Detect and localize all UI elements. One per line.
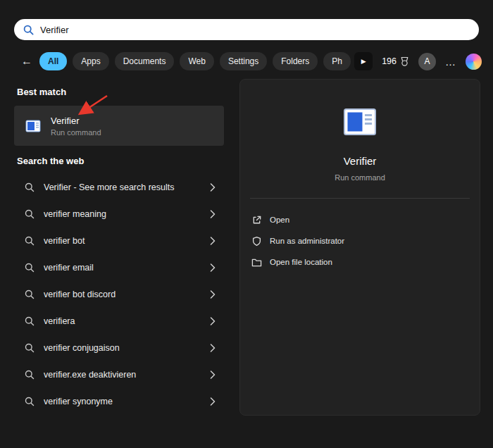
search-the-web-heading: Search the web xyxy=(17,156,84,166)
account-avatar[interactable]: A xyxy=(418,53,436,70)
chevron-right-icon xyxy=(210,183,216,192)
back-arrow-icon[interactable]: ← xyxy=(20,55,34,68)
best-match-title: Verifier xyxy=(51,116,101,126)
action-run-as-administrator[interactable]: Run as administrator xyxy=(240,230,480,251)
web-suggestion-label: verifier.exe deaktivieren xyxy=(44,370,201,380)
chevron-right-icon xyxy=(210,344,216,352)
filter-tab-web[interactable]: Web xyxy=(180,52,213,70)
action-open[interactable]: Open xyxy=(240,209,480,230)
filter-tab-all[interactable]: All xyxy=(39,52,67,70)
web-suggestion-label: verifier synonyme xyxy=(44,397,201,406)
web-suggestion-row[interactable]: verifier conjugaison xyxy=(14,335,224,361)
web-suggestion-label: verifier bot discord xyxy=(44,290,201,299)
scroll-right-play-icon[interactable]: ▶ xyxy=(354,52,373,70)
web-suggestion-row[interactable]: verifier synonyme xyxy=(14,388,224,415)
web-suggestion-label: verifier conjugaison xyxy=(44,343,201,353)
web-suggestion-row[interactable]: verifier bot xyxy=(14,228,224,254)
web-suggestion-row[interactable]: verifier.exe deaktivieren xyxy=(14,361,224,388)
preview-subtitle: Run command xyxy=(240,173,480,182)
more-options-icon[interactable]: … xyxy=(445,56,456,68)
search-icon xyxy=(23,25,34,35)
rewards-count: 196 xyxy=(382,56,397,66)
chevron-right-icon xyxy=(210,237,216,245)
chevron-right-icon xyxy=(210,397,216,406)
rewards-medal-icon xyxy=(400,56,409,67)
filter-bar: ← All Apps Documents Web Settings Folder… xyxy=(20,51,351,71)
web-suggestion-label: verifier meaning xyxy=(44,209,201,219)
verifier-app-icon xyxy=(25,118,42,135)
search-bar[interactable] xyxy=(14,19,479,40)
action-label: Open xyxy=(270,216,289,224)
action-label: Open file location xyxy=(270,258,332,266)
filter-bar-right: ▶ 196 A … xyxy=(354,51,482,71)
best-match-result[interactable]: Verifier Run command xyxy=(14,106,224,146)
search-icon xyxy=(25,263,35,273)
search-icon xyxy=(25,397,35,406)
best-match-subtitle: Run command xyxy=(51,128,101,137)
filter-tab-photos[interactable]: Ph xyxy=(323,52,351,70)
filter-tab-folders[interactable]: Folders xyxy=(273,52,318,70)
web-suggestion-list: Verifier - See more search results verif… xyxy=(14,174,224,415)
web-suggestion-label: verifier bot xyxy=(44,236,201,246)
search-icon xyxy=(25,236,35,246)
chevron-right-icon xyxy=(210,371,216,379)
web-suggestion-row[interactable]: Verifier - See more search results xyxy=(14,174,224,201)
filter-tab-documents[interactable]: Documents xyxy=(115,52,175,70)
search-icon xyxy=(25,209,35,219)
chevron-right-icon xyxy=(210,290,216,299)
web-suggestion-row[interactable]: verifiera xyxy=(14,308,224,335)
chevron-right-icon xyxy=(210,263,216,272)
folder-icon xyxy=(251,257,262,268)
verifier-app-icon xyxy=(342,104,378,140)
web-suggestion-label: verifiera xyxy=(44,316,201,326)
search-icon xyxy=(25,316,35,326)
filter-tab-apps[interactable]: Apps xyxy=(73,52,108,70)
search-icon xyxy=(25,343,35,353)
web-suggestion-row[interactable]: verifier bot discord xyxy=(14,281,224,308)
chevron-right-icon xyxy=(210,210,216,218)
best-match-heading: Best match xyxy=(17,87,66,97)
web-suggestion-row[interactable]: verifier meaning xyxy=(14,201,224,228)
divider xyxy=(250,198,470,199)
action-label: Run as administrator xyxy=(270,237,344,245)
search-input[interactable] xyxy=(40,25,470,35)
copilot-icon[interactable] xyxy=(466,54,482,70)
preview-title: Verifier xyxy=(240,155,480,167)
open-icon xyxy=(251,215,262,225)
action-open-file-location[interactable]: Open file location xyxy=(240,251,480,273)
action-list: Open Run as administrator Open file loca… xyxy=(240,209,480,273)
search-icon xyxy=(25,370,35,380)
rewards-counter[interactable]: 196 xyxy=(382,56,409,67)
search-icon xyxy=(25,290,35,299)
search-icon xyxy=(25,182,35,192)
web-suggestion-label: verifier email xyxy=(44,263,201,273)
web-suggestion-label: Verifier - See more search results xyxy=(44,182,201,192)
preview-panel: Verifier Run command Open Run as adminis… xyxy=(239,79,480,416)
chevron-right-icon xyxy=(210,317,216,325)
web-suggestion-row[interactable]: verifier email xyxy=(14,254,224,281)
shield-icon xyxy=(251,236,262,247)
filter-tab-settings[interactable]: Settings xyxy=(220,52,267,70)
